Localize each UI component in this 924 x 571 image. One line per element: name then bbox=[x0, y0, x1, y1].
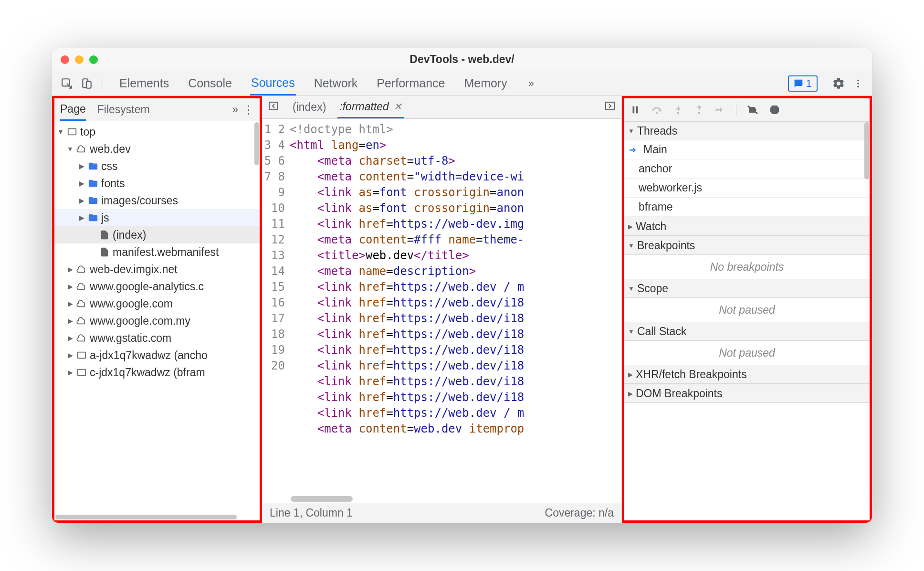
debugger-panel: ▼Threads ➔Main anchor webworker.js bfram… bbox=[622, 96, 872, 523]
tab-sources[interactable]: Sources bbox=[250, 71, 296, 95]
file-icon bbox=[99, 247, 110, 257]
tree-item-anchor[interactable]: a-jdx1q7kwadwz (ancho bbox=[54, 347, 260, 364]
section-watch[interactable]: ▶Watch bbox=[624, 217, 870, 236]
editor-scrollbar-horizontal[interactable] bbox=[291, 496, 353, 502]
section-xhr[interactable]: ▶XHR/fetch Breakpoints bbox=[624, 365, 870, 384]
svg-rect-9 bbox=[269, 102, 278, 110]
messages-count: 1 bbox=[806, 77, 812, 90]
coverage-status: Coverage: n/a bbox=[545, 507, 614, 519]
svg-point-3 bbox=[857, 79, 859, 81]
svg-rect-11 bbox=[633, 106, 635, 113]
settings-icon[interactable] bbox=[830, 75, 847, 92]
tree-item-css[interactable]: css bbox=[54, 158, 260, 175]
navigator-tab-filesystem[interactable]: Filesystem bbox=[97, 98, 150, 121]
editor-panel: (index) :formatted ✕ 1 2 3 4 5 6 7 8 9 1… bbox=[262, 96, 622, 523]
cloud-icon bbox=[76, 281, 87, 292]
tab-performance[interactable]: Performance bbox=[376, 71, 446, 95]
section-scope[interactable]: ▼Scope bbox=[624, 279, 870, 298]
svg-point-4 bbox=[857, 83, 859, 85]
debugger-accordion: ▼Threads ➔Main anchor webworker.js bfram… bbox=[624, 121, 870, 520]
cloud-icon bbox=[76, 298, 87, 309]
svg-point-16 bbox=[715, 108, 718, 111]
navigator-more-icon[interactable]: » bbox=[232, 103, 238, 116]
svg-point-5 bbox=[857, 85, 859, 87]
navigator-kebab-icon[interactable]: ⋮ bbox=[243, 103, 254, 116]
frame-icon bbox=[67, 127, 77, 137]
section-breakpoints[interactable]: ▼Breakpoints bbox=[624, 236, 870, 255]
inspect-element-icon[interactable] bbox=[59, 75, 75, 92]
line-gutter: 1 2 3 4 5 6 7 8 9 10 11 12 13 14 15 16 1… bbox=[262, 119, 290, 503]
scrollbar-horizontal[interactable] bbox=[55, 515, 237, 519]
tab-elements[interactable]: Elements bbox=[118, 71, 170, 95]
tree-item-webdev[interactable]: web.dev bbox=[54, 140, 260, 158]
svg-rect-10 bbox=[606, 102, 614, 110]
tree-item-google[interactable]: www.google.com bbox=[54, 295, 260, 312]
deactivate-breakpoints-icon[interactable] bbox=[747, 104, 758, 116]
file-tree: top web.dev css fonts bbox=[54, 121, 260, 520]
svg-rect-12 bbox=[636, 106, 638, 113]
next-tab-icon[interactable] bbox=[602, 98, 618, 116]
more-tabs-icon[interactable]: » bbox=[525, 77, 537, 90]
thread-bframe[interactable]: bframe bbox=[624, 198, 870, 217]
thread-webworker[interactable]: webworker.js bbox=[624, 179, 870, 198]
close-tab-icon[interactable]: ✕ bbox=[394, 101, 402, 112]
thread-anchor[interactable]: anchor bbox=[624, 159, 870, 179]
editor-tabs: (index) :formatted ✕ bbox=[262, 96, 621, 119]
cloud-icon bbox=[76, 264, 87, 275]
svg-marker-18 bbox=[770, 106, 779, 114]
debugger-scrollbar[interactable] bbox=[864, 122, 869, 180]
svg-rect-8 bbox=[78, 370, 86, 376]
tree-item-gstatic[interactable]: www.gstatic.com bbox=[54, 329, 260, 347]
cloud-icon bbox=[76, 333, 87, 343]
tab-memory[interactable]: Memory bbox=[463, 71, 508, 95]
device-toggle-icon[interactable] bbox=[79, 75, 95, 92]
editor-tab-formatted[interactable]: :formatted ✕ bbox=[337, 96, 404, 118]
tree-item-ga[interactable]: www.google-analytics.c bbox=[54, 278, 260, 295]
tab-console[interactable]: Console bbox=[187, 71, 233, 95]
navigator-tabs: Page Filesystem » ⋮ bbox=[54, 98, 260, 121]
tree-item-bframe[interactable]: c-jdx1q7kwadwz (bfram bbox=[54, 364, 260, 381]
navigator-panel: Page Filesystem » ⋮ top web.dev bbox=[52, 96, 262, 523]
separator bbox=[103, 77, 103, 90]
pause-exceptions-icon[interactable] bbox=[769, 104, 780, 116]
section-callstack[interactable]: ▼Call Stack bbox=[624, 322, 870, 341]
frame-icon bbox=[76, 350, 87, 360]
cloud-icon bbox=[76, 144, 87, 154]
tree-item-imgix[interactable]: web-dev.imgix.net bbox=[54, 261, 260, 278]
cloud-icon bbox=[76, 316, 87, 326]
frame-icon bbox=[76, 367, 87, 378]
tree-item-images[interactable]: images/courses bbox=[54, 192, 260, 209]
pause-icon[interactable] bbox=[630, 105, 640, 115]
kebab-menu-icon[interactable] bbox=[851, 76, 865, 91]
window-title: DevTools - web.dev/ bbox=[52, 53, 872, 66]
main-toolbar: Elements Console Sources Network Perform… bbox=[52, 71, 872, 96]
editor-tab-index[interactable]: (index) bbox=[291, 96, 328, 118]
section-dom[interactable]: ▶DOM Breakpoints bbox=[624, 384, 870, 403]
file-icon bbox=[99, 230, 110, 240]
step-icon[interactable] bbox=[715, 105, 725, 115]
prev-tab-icon[interactable] bbox=[266, 98, 281, 116]
tree-item-fonts[interactable]: fonts bbox=[54, 175, 260, 192]
main-tabs: Elements Console Sources Network Perform… bbox=[118, 71, 537, 95]
section-threads[interactable]: ▼Threads bbox=[624, 121, 870, 140]
messages-badge[interactable]: 1 bbox=[788, 75, 818, 92]
code-content: <!doctype html> <html lang=en> <meta cha… bbox=[290, 119, 621, 503]
tree-item-manifest[interactable]: manifest.webmanifest bbox=[54, 243, 260, 261]
scope-not-paused-label: Not paused bbox=[624, 298, 870, 322]
step-into-icon[interactable] bbox=[673, 105, 683, 115]
scrollbar-vertical[interactable] bbox=[254, 122, 259, 165]
folder-icon bbox=[88, 161, 98, 171]
code-editor[interactable]: 1 2 3 4 5 6 7 8 9 10 11 12 13 14 15 16 1… bbox=[262, 119, 621, 503]
step-over-icon[interactable] bbox=[651, 104, 662, 116]
svg-rect-2 bbox=[86, 81, 91, 88]
thread-main[interactable]: ➔Main bbox=[624, 140, 870, 159]
tree-item-googlemy[interactable]: www.google.com.my bbox=[54, 312, 260, 329]
tree-item-js[interactable]: js bbox=[54, 209, 260, 226]
tree-item-top[interactable]: top bbox=[54, 123, 260, 140]
tree-item-index[interactable]: (index) bbox=[54, 226, 260, 243]
step-out-icon[interactable] bbox=[694, 105, 704, 115]
tab-network[interactable]: Network bbox=[313, 71, 359, 95]
navigator-tab-page[interactable]: Page bbox=[60, 98, 86, 121]
no-breakpoints-label: No breakpoints bbox=[624, 255, 870, 279]
svg-point-15 bbox=[698, 112, 701, 114]
